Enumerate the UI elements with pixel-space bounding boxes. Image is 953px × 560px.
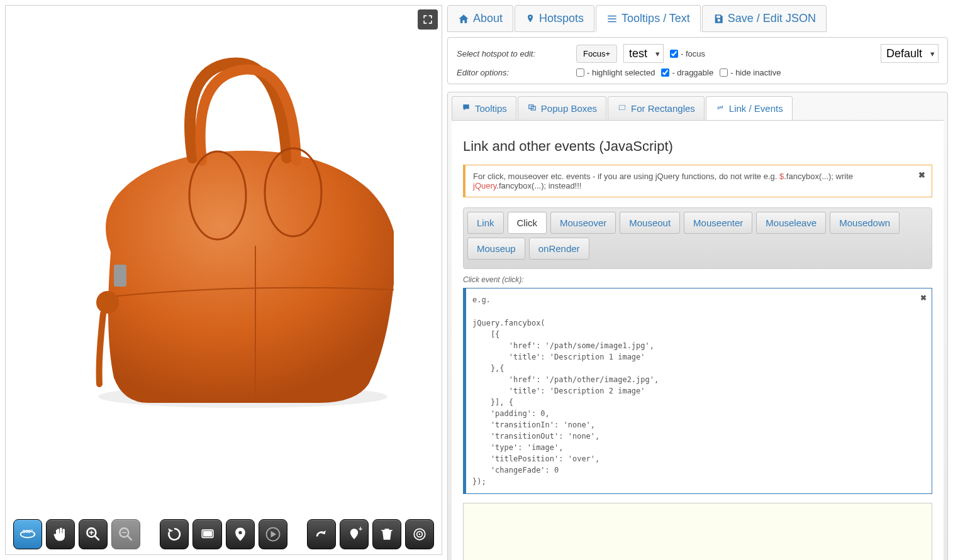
event-label: Click event (click): [463, 275, 932, 284]
svg-point-15 [419, 534, 421, 535]
event-tab-link[interactable]: Link [467, 212, 504, 234]
focus-plus-button[interactable]: Focus+ [576, 45, 617, 63]
draggable-checkbox[interactable] [661, 69, 669, 77]
event-tab-click[interactable]: Click [508, 212, 547, 234]
svg-rect-18 [619, 106, 625, 110]
tab-save-json[interactable]: Save / Edit JSON [702, 5, 827, 32]
focus-checkbox[interactable] [670, 50, 678, 58]
tab-label: About [473, 12, 503, 25]
editor-options-box: Select hotspot to edit: Focus+ test - fo… [447, 37, 948, 84]
zoom-in-button[interactable] [79, 519, 108, 549]
sub-tab-label: Tooltips [475, 103, 507, 114]
event-tab-mouseup[interactable]: Mouseup [467, 238, 525, 260]
toolbar: 360° + [6, 514, 442, 554]
preview-panel: 360° + [5, 5, 442, 555]
highlight-checkbox[interactable] [576, 69, 584, 77]
event-tab-mouseenter[interactable]: Mouseenter [684, 212, 752, 234]
default-select[interactable]: Default [881, 44, 939, 63]
sub-tab-label: For Rectangles [631, 103, 695, 114]
sub-tab-link-events[interactable]: Link / Events [706, 96, 793, 120]
redo-button[interactable] [307, 519, 336, 549]
event-tab-mouseover[interactable]: Mouseover [550, 212, 616, 234]
main-tabs: About Hotspots Tooltips / Text Save / Ed… [447, 5, 948, 32]
play-button[interactable] [259, 519, 287, 549]
expand-button[interactable] [418, 9, 438, 30]
code-example-box: ✖ e.g. jQuery.fancybox( [{ 'href': '/pat… [463, 288, 932, 494]
svg-text:+: + [359, 525, 362, 532]
event-tab-mouseout[interactable]: Mouseout [620, 212, 680, 234]
draggable-checkbox-label[interactable]: - draggable [661, 68, 713, 77]
fullscreen-button[interactable] [192, 519, 221, 549]
hide-inactive-checkbox[interactable] [720, 69, 728, 77]
comment-icon [461, 103, 471, 114]
list-icon [606, 13, 618, 25]
svg-point-4 [96, 291, 119, 314]
sub-tab-rectangles[interactable]: For Rectangles [608, 96, 705, 120]
event-tab-onrender[interactable]: onRender [529, 238, 589, 260]
sub-tab-popup[interactable]: Popup Boxes [518, 96, 606, 120]
editor-options-label: Editor options: [457, 68, 570, 77]
tab-about[interactable]: About [447, 5, 513, 32]
event-tab-mousedown[interactable]: Mousedown [830, 212, 900, 234]
pin-icon [525, 13, 535, 25]
windows-icon [527, 103, 537, 114]
tab-tooltips-text[interactable]: Tooltips / Text [596, 5, 701, 32]
delete-button[interactable] [372, 519, 401, 549]
select-hotspot-label: Select hotspot to edit: [457, 49, 570, 58]
tab-label: Save / Edit JSON [728, 12, 816, 25]
sub-tabs-container: Tooltips Popup Boxes For Rectangles Link… [447, 92, 948, 560]
sub-tab-label: Popup Boxes [541, 103, 597, 114]
marker-button[interactable] [226, 519, 255, 549]
close-icon[interactable]: ✖ [918, 170, 925, 180]
svg-rect-3 [114, 265, 126, 287]
content-area: Link and other events (JavaScript) ✖ For… [452, 120, 944, 560]
product-image [54, 32, 394, 409]
save-icon [713, 13, 724, 25]
event-tabs-container: Link Click Mouseover Mouseout Mouseenter… [463, 207, 932, 269]
home-icon [458, 13, 469, 25]
tab-label: Hotspots [539, 12, 584, 25]
editor-panel: About Hotspots Tooltips / Text Save / Ed… [447, 5, 948, 555]
rectangle-icon [617, 103, 627, 114]
test-select[interactable]: test [623, 44, 664, 63]
link-icon [715, 103, 725, 114]
close-icon[interactable]: ✖ [920, 292, 927, 304]
rotate-360-button[interactable]: 360° [13, 519, 42, 549]
tab-hotspots[interactable]: Hotspots [515, 5, 594, 32]
sub-tab-label: Link / Events [729, 103, 783, 114]
code-body: jQuery.fancybox( [{ 'href': '/path/some/… [472, 317, 925, 487]
svg-rect-10 [203, 531, 212, 537]
sub-tab-tooltips[interactable]: Tooltips [452, 96, 516, 120]
target-button[interactable] [405, 519, 434, 549]
focus-checkbox-label[interactable]: - focus [670, 49, 705, 58]
code-textarea[interactable] [463, 503, 932, 560]
zoom-out-button[interactable] [111, 519, 140, 549]
section-title: Link and other events (JavaScript) [463, 138, 932, 155]
info-alert: ✖ For click, mouseover etc. events - if … [463, 165, 932, 197]
pan-button[interactable] [46, 519, 75, 549]
preview-area[interactable] [6, 6, 442, 435]
tab-label: Tooltips / Text [621, 12, 690, 25]
event-tab-mouseleave[interactable]: Mouseleave [756, 212, 826, 234]
highlight-checkbox-label[interactable]: - highlight selected [576, 68, 655, 77]
hide-inactive-checkbox-label[interactable]: - hide inactive [720, 68, 781, 77]
code-eg-label: e.g. [472, 295, 925, 306]
svg-text:360°: 360° [23, 529, 33, 534]
reset-button[interactable] [160, 519, 189, 549]
add-pin-button[interactable]: + [340, 519, 369, 549]
